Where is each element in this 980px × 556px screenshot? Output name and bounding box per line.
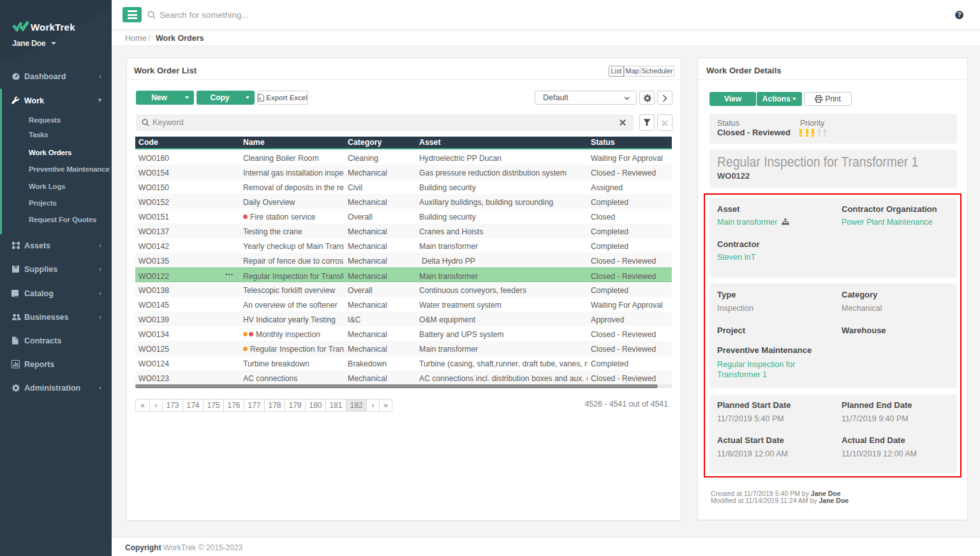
svg-text:x: x — [259, 96, 262, 100]
